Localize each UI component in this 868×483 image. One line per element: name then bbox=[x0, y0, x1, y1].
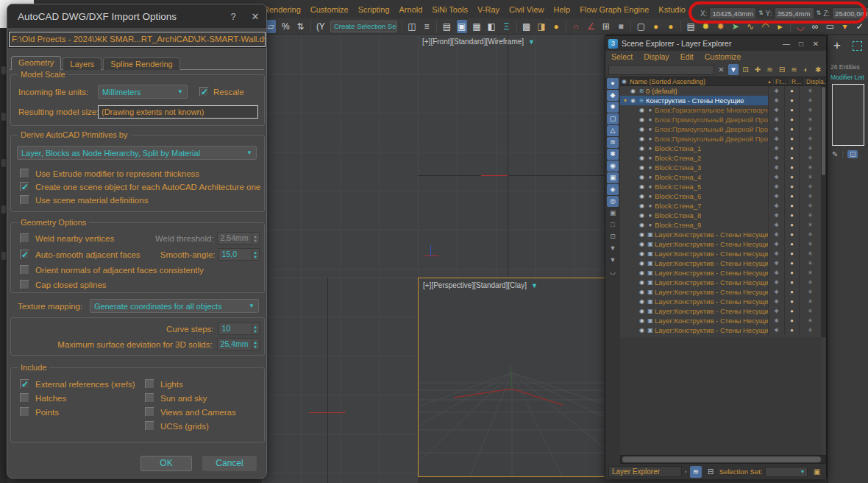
dialog-titlebar[interactable]: AutoCAD DWG/DXF Import Options ? ✕ bbox=[7, 4, 266, 28]
scene-explorer-toggle-icon[interactable]: ▣ bbox=[457, 20, 467, 33]
visibility-eye-icon[interactable]: ◉ bbox=[638, 183, 646, 190]
freeze-icon[interactable]: ✱ bbox=[768, 86, 784, 96]
display-gear-icon[interactable]: ✳ bbox=[799, 115, 821, 124]
flag-icon[interactable]: ▸ bbox=[775, 20, 786, 33]
tab-spline-rendering[interactable]: Spline Rendering bbox=[103, 57, 179, 70]
render-toggle-icon[interactable]: ● bbox=[784, 153, 799, 163]
x-coord-field[interactable]: 10425,40mm bbox=[709, 7, 755, 19]
explorer-row[interactable]: ◉▣Layer:Конструктив - Стены Несущие✱●✳ bbox=[620, 278, 821, 287]
visibility-eye-icon[interactable]: ◉ bbox=[629, 97, 637, 104]
display-link-icon[interactable]: ⊡ bbox=[607, 231, 619, 242]
ucs-grids-checkbox[interactable] bbox=[145, 421, 154, 431]
render-toggle-icon[interactable]: ● bbox=[784, 220, 799, 230]
badge-icon[interactable]: ▭ bbox=[825, 20, 835, 33]
render-toggle-icon[interactable]: ● bbox=[784, 239, 799, 249]
explorer-row[interactable]: ◉●Блок:Прямоугольный Дверной Проем 27✱●✳ bbox=[620, 115, 821, 124]
filter-xrefs-icon[interactable]: ◈ bbox=[607, 184, 619, 195]
render-toggle-icon[interactable]: ● bbox=[784, 297, 799, 306]
explorer-row[interactable]: ◉●Block:Стена_7✱●✳ bbox=[620, 201, 821, 211]
render-toggle-icon[interactable]: ● bbox=[784, 172, 799, 182]
visibility-eye-icon[interactable]: ◉ bbox=[638, 116, 646, 123]
filter-shapes-icon[interactable]: ◆ bbox=[607, 90, 619, 101]
freeze-icon[interactable]: ✱ bbox=[768, 278, 784, 287]
scene-material-checkbox[interactable] bbox=[20, 195, 29, 205]
tab-geometry[interactable]: Geometry bbox=[11, 56, 61, 70]
visibility-eye-icon[interactable]: ◉ bbox=[638, 135, 646, 142]
render-toggle-icon[interactable]: ● bbox=[784, 182, 799, 191]
cancel-button[interactable]: Cancel bbox=[202, 456, 257, 471]
teapot-iterative-icon[interactable]: ● bbox=[666, 20, 676, 33]
weld-threshold-spinner[interactable]: 2,54mm ▲▼ bbox=[217, 232, 260, 244]
freeze-icon[interactable]: ✱ bbox=[768, 163, 784, 172]
render-toggle-icon[interactable]: ● bbox=[784, 230, 799, 239]
y-coord-field[interactable]: 3525,4mm bbox=[775, 7, 814, 19]
hierarchy-view-icon[interactable]: ⊟ bbox=[705, 466, 716, 478]
horizontal-scrollbar[interactable] bbox=[620, 455, 826, 464]
explorer-menu-edit[interactable]: Edit bbox=[680, 52, 694, 61]
freeze-icon[interactable]: ✱ bbox=[768, 220, 784, 230]
material-ball-icon[interactable]: ◐ bbox=[801, 64, 811, 75]
layers-view-icon[interactable]: ≋ bbox=[690, 466, 702, 478]
render-setup-icon[interactable]: ▩ bbox=[522, 20, 532, 33]
display-gear-icon[interactable]: ✳ bbox=[799, 153, 821, 163]
layer-explorer-toggle-icon[interactable]: ▤ bbox=[441, 20, 452, 33]
views-cameras-checkbox[interactable] bbox=[145, 407, 154, 417]
filter-containers-icon[interactable]: ▣ bbox=[607, 172, 619, 183]
display-gear-icon[interactable]: ✳ bbox=[799, 86, 821, 96]
display-gear-icon[interactable]: ✳ bbox=[799, 230, 821, 239]
freeze-icon[interactable]: ✱ bbox=[768, 182, 784, 191]
rescale-checkbox[interactable] bbox=[199, 87, 209, 96]
viewport-bottom-left[interactable] bbox=[262, 278, 418, 483]
bag-icon[interactable]: ◡ bbox=[607, 267, 619, 278]
x-spinner[interactable]: ⇅ bbox=[758, 10, 764, 16]
create-selection-set-dropdown[interactable]: Create Selection Se▼ bbox=[330, 21, 397, 32]
freeze-icon[interactable]: ✱ bbox=[768, 211, 784, 220]
render-toggle-icon[interactable]: ● bbox=[784, 268, 799, 278]
visibility-eye-icon[interactable]: ◉ bbox=[638, 155, 646, 161]
freeze-icon[interactable]: ✱ bbox=[768, 105, 784, 115]
texture-mapping-dropdown[interactable]: Generate coordinates for all objects▼ bbox=[90, 299, 259, 313]
display-gear-icon[interactable]: ✳ bbox=[799, 144, 821, 153]
freeze-icon[interactable]: ✱ bbox=[768, 230, 784, 239]
filter-bones-icon[interactable]: ◉ bbox=[607, 161, 619, 172]
frozen-column-header[interactable]: Fr... bbox=[773, 78, 789, 85]
grid-snap-icon[interactable]: ⊞ bbox=[601, 20, 611, 33]
freeze-icon[interactable]: ✱ bbox=[768, 297, 784, 306]
auto-smooth-checkbox[interactable] bbox=[20, 250, 29, 259]
display-gear-icon[interactable]: ✳ bbox=[799, 325, 821, 335]
display-none-icon[interactable]: □ bbox=[607, 219, 619, 230]
edit-named-sets-icon[interactable]: ▣ bbox=[811, 466, 822, 478]
percent-snap-icon[interactable]: % bbox=[280, 20, 291, 33]
display-gear-icon[interactable]: ✳ bbox=[799, 211, 821, 220]
mirror-icon[interactable]: ◫ bbox=[407, 20, 417, 33]
maximize-icon[interactable]: □ bbox=[794, 40, 808, 48]
render-toggle-icon[interactable]: ● bbox=[784, 211, 799, 220]
visibility-eye-icon[interactable]: ◉ bbox=[629, 88, 637, 94]
explorer-row[interactable]: ◉▣Layer:Конструктив - Стены Несущие✱●✳ bbox=[620, 249, 821, 258]
freeze-icon[interactable]: ✱ bbox=[768, 172, 784, 182]
explorer-menu-display[interactable]: Display bbox=[644, 52, 669, 61]
help-button[interactable]: ? bbox=[222, 11, 244, 22]
explorer-row[interactable]: ◉●Block:Стена_5✱●✳ bbox=[620, 182, 821, 191]
viewport-funnel-icon[interactable]: ▼ bbox=[531, 282, 538, 289]
freeze-icon[interactable]: ✱ bbox=[768, 134, 784, 144]
file-path-field[interactable]: F:\Old Proects - 2024\ЖК SMAR...RT_Archi… bbox=[9, 32, 266, 47]
viewport-label-front[interactable]: [+][Front][Standard][Wireframe] bbox=[422, 38, 524, 46]
modifier-list-dropdown[interactable]: Modifier List bbox=[830, 74, 867, 81]
name-column-header[interactable]: Name (Sorted Ascending) bbox=[630, 78, 705, 85]
explorer-row[interactable]: ▼◉≋Конструктив - Стены Несущие✱●✳ bbox=[620, 96, 821, 105]
display-box-icon[interactable]: ▣ bbox=[607, 208, 619, 219]
explorer-row[interactable]: ◉▣Layer:Конструктив - Стены Несущие✱●✳ bbox=[620, 297, 821, 306]
close-icon[interactable]: ✕ bbox=[244, 11, 266, 22]
explorer-row[interactable]: ◉●Блок:Прямоугольный Дверной Проем 27_2✱… bbox=[620, 124, 821, 134]
display-gear-icon[interactable]: ✳ bbox=[799, 297, 821, 306]
explorer-row[interactable]: ◉▣Layer:Конструктив - Стены Несущие✱●✳ bbox=[620, 230, 821, 239]
render-toggle-icon[interactable]: ● bbox=[784, 278, 799, 287]
explorer-row[interactable]: ◉●Block:Стена_1✱●✳ bbox=[620, 144, 821, 153]
layers-stack-icon[interactable]: ≋ bbox=[765, 64, 775, 75]
viewport-perspective[interactable]: [+][Perspective][Standard][Clay] ▼ bbox=[418, 278, 606, 477]
curve-steps-spinner[interactable]: 10 ▲▼ bbox=[218, 322, 260, 335]
explorer-row[interactable]: ◉●Block:Стена_9✱●✳ bbox=[620, 220, 821, 230]
filter-particles-icon[interactable]: ✱ bbox=[607, 149, 619, 160]
curve-editor-icon[interactable]: ▦ bbox=[472, 20, 482, 33]
